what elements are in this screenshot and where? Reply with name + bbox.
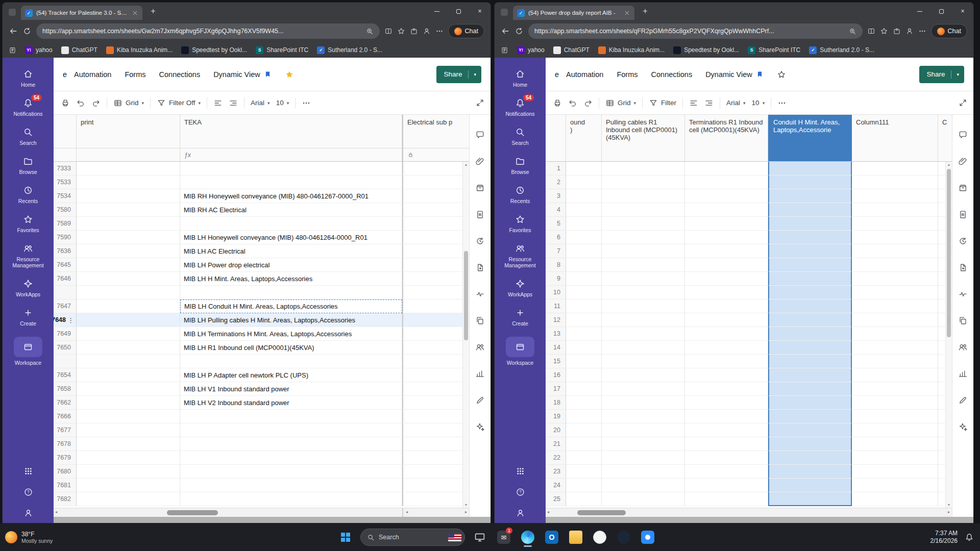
cell[interactable]	[685, 258, 768, 272]
sparkle-icon[interactable]	[475, 422, 485, 432]
nav-item-connections[interactable]: Connections	[159, 70, 201, 79]
cell[interactable]	[852, 203, 938, 217]
cell[interactable]	[768, 231, 852, 244]
cell[interactable]	[602, 451, 685, 465]
row-number[interactable]: 7679	[54, 451, 77, 465]
row-number[interactable]: 22	[546, 451, 566, 465]
sheet-row[interactable]: 7647MIB LH Conduit H Mint. Areas, Laptop…	[54, 299, 469, 313]
scroll-right-icon[interactable]: ▸	[465, 510, 467, 514]
taskbar-search[interactable]: Search	[360, 529, 465, 546]
sidebar-item-search[interactable]: Search	[3, 122, 54, 151]
cell[interactable]	[77, 396, 180, 410]
row-number[interactable]: 18	[546, 396, 566, 410]
row-number[interactable]: 11	[546, 299, 566, 313]
bookmark-kiba-inuzuka-anim[interactable]: Kiba Inuzuka Anim...	[106, 46, 173, 54]
scrollbar-thumb[interactable]	[464, 251, 468, 340]
row-number[interactable]: 6	[546, 231, 566, 244]
cell[interactable]	[77, 382, 180, 396]
cell[interactable]	[852, 286, 938, 299]
notifications-bell-icon[interactable]	[965, 533, 974, 542]
cell[interactable]	[768, 437, 852, 451]
row-number[interactable]: 7534	[54, 189, 77, 203]
cell[interactable]	[685, 217, 768, 231]
nav-item-partial[interactable]: e	[555, 70, 559, 79]
nav-item-dynamic-view[interactable]: Dynamic View	[705, 70, 764, 79]
sheet-row[interactable]: 7580MIB RH AC Electrical	[54, 203, 469, 217]
cell[interactable]: MIB LH Honeywell conveyance (MIB) 480-04…	[180, 231, 402, 244]
cell[interactable]	[402, 258, 469, 272]
browser-tab[interactable]: ✓ (54) Tracker for Palestine 3.0 - Sma..…	[21, 6, 142, 20]
bookmark-sharepoint-itc[interactable]: SSharePoint ITC	[748, 46, 800, 54]
apps-grid-icon[interactable]	[23, 466, 33, 476]
row-number[interactable]: 1	[546, 162, 566, 176]
cell[interactable]	[685, 189, 768, 203]
horizontal-scrollbar[interactable]: ◂◂▸	[54, 508, 469, 517]
vertical-scrollbar[interactable]: ▲ ▼	[462, 162, 469, 508]
cell[interactable]	[77, 176, 180, 189]
sheet-row[interactable]: 7666	[54, 410, 469, 423]
cell[interactable]	[852, 423, 938, 437]
scroll-left-icon[interactable]: ◂	[547, 510, 549, 514]
sidebar-item-workspace[interactable]: Workspace	[3, 332, 54, 371]
bookmark-speedtest-by-ookl[interactable]: Speedtest by Ookl...	[673, 46, 739, 54]
cell[interactable]	[852, 341, 938, 355]
back-icon[interactable]	[501, 27, 510, 36]
cell[interactable]	[180, 492, 402, 506]
row-number[interactable]: 7682	[54, 492, 77, 506]
cell[interactable]	[685, 465, 768, 479]
cell[interactable]	[566, 368, 602, 382]
sheet-row[interactable]: 3	[546, 189, 952, 203]
row-number[interactable]: 7648⋮	[54, 313, 77, 327]
cell[interactable]	[402, 479, 469, 492]
nav-item-automation[interactable]: Automation	[74, 70, 111, 79]
sheet-row[interactable]: 7654MIB LH P Adapter cell newtork PLC (U…	[54, 368, 469, 382]
row-height-icon[interactable]	[689, 98, 698, 108]
sheet-row[interactable]: 7333	[54, 162, 469, 176]
cell[interactable]	[852, 313, 938, 327]
column-header-c[interactable]: C	[938, 115, 953, 161]
tab-close-icon[interactable]	[624, 10, 630, 16]
cell[interactable]	[566, 258, 602, 272]
column-header-terminations-r1-inbound-cell-mcp0001-45kva[interactable]: Terminations R1 Inbound cell (MCP0001)(4…	[685, 115, 768, 161]
address-bar[interactable]: https://app.smartsheet.com/sheets/qFR2pG…	[528, 23, 863, 39]
cell[interactable]	[402, 244, 469, 258]
cell[interactable]	[685, 368, 768, 382]
row-number[interactable]	[54, 355, 77, 368]
cell[interactable]	[768, 203, 852, 217]
row-number[interactable]: 5	[546, 217, 566, 231]
cell[interactable]	[602, 341, 685, 355]
sidebar-item-recents[interactable]: Recents	[3, 180, 54, 209]
scroll-right-icon[interactable]: ▸	[948, 510, 950, 514]
nav-item-forms[interactable]: Forms	[617, 70, 638, 79]
nav-item-connections[interactable]: Connections	[651, 70, 693, 79]
cell[interactable]	[402, 176, 469, 189]
history-icon[interactable]	[475, 236, 485, 246]
sheet-row[interactable]: 7648⋮MIB LH Pulling cables H Mint. Areas…	[54, 313, 469, 327]
row-number[interactable]: 7	[546, 244, 566, 258]
sheet-row[interactable]: 7658MIB LH V1 Inbound standard power	[54, 382, 469, 396]
cell[interactable]	[402, 272, 469, 286]
cell[interactable]	[77, 258, 180, 272]
cell[interactable]	[180, 217, 402, 231]
expand-icon[interactable]	[959, 98, 967, 107]
cell[interactable]	[852, 272, 938, 286]
sheet-row[interactable]: 15	[546, 355, 952, 368]
cell[interactable]	[77, 244, 180, 258]
file-explorer-icon[interactable]	[567, 526, 584, 548]
restore-button[interactable]	[448, 3, 469, 20]
sidebar-item-notifications[interactable]: Notifications54	[495, 93, 546, 122]
row-number[interactable]: 7678	[54, 437, 77, 451]
sheet-row[interactable]: 18	[546, 396, 952, 410]
print-icon[interactable]	[553, 98, 562, 108]
journal-icon[interactable]	[501, 46, 508, 54]
cell[interactable]	[77, 423, 180, 437]
chart-icon[interactable]	[475, 369, 485, 379]
docb-icon[interactable]: B	[958, 210, 968, 219]
cell[interactable]	[77, 492, 180, 506]
cell[interactable]	[852, 368, 938, 382]
cell[interactable]	[852, 176, 938, 189]
scroll-left-icon[interactable]: ◂	[55, 510, 57, 514]
cell[interactable]	[768, 327, 852, 341]
cell[interactable]	[566, 162, 602, 176]
pen-icon[interactable]	[958, 395, 968, 405]
